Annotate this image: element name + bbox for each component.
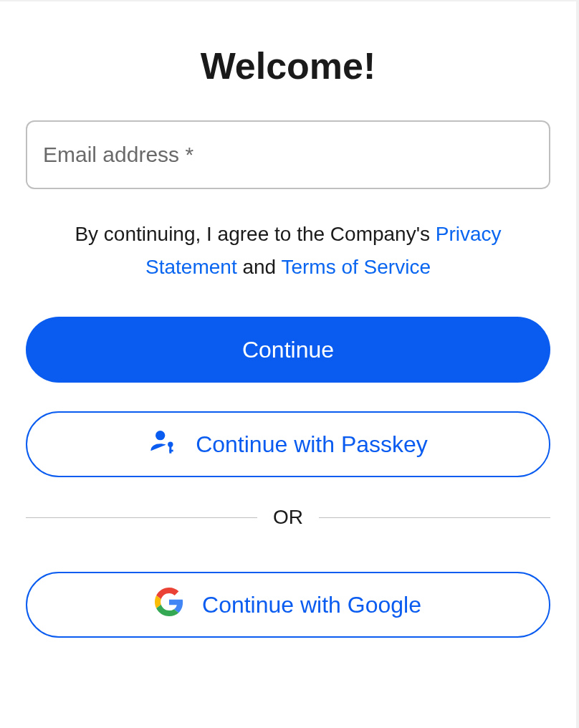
divider-line-right (319, 517, 550, 518)
divider: OR (26, 506, 550, 529)
google-button[interactable]: Continue with Google (26, 572, 550, 638)
page-title: Welcome! (201, 44, 376, 87)
continue-button[interactable]: Continue (26, 317, 550, 383)
google-icon (155, 588, 183, 622)
google-button-label: Continue with Google (202, 592, 421, 618)
svg-rect-3 (169, 450, 173, 452)
agreement-joiner: and (242, 256, 276, 278)
agreement-prefix: By continuing, I agree to the Company's (75, 223, 430, 245)
passkey-button[interactable]: Continue with Passkey (26, 411, 550, 477)
passkey-icon (148, 427, 177, 461)
divider-text: OR (257, 506, 319, 529)
email-field[interactable] (26, 120, 550, 189)
terms-of-service-link[interactable]: Terms of Service (281, 256, 431, 278)
svg-point-0 (155, 431, 165, 440)
agreement-text: By continuing, I agree to the Company's … (37, 218, 539, 284)
divider-line-left (26, 517, 257, 518)
passkey-button-label: Continue with Passkey (196, 431, 428, 458)
